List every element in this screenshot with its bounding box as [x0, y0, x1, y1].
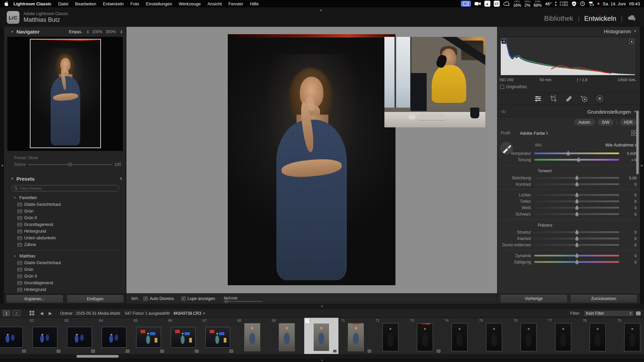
- slider-thumb[interactable]: [575, 244, 579, 247]
- slider-track[interactable]: [534, 238, 619, 239]
- preset-entry[interactable]: Grün: [11, 266, 122, 273]
- menubar-app-name[interactable]: Lightroom Classic: [13, 1, 51, 6]
- basic-panel-header[interactable]: Grundeinstellungen ▼: [497, 107, 640, 116]
- auto-button[interactable]: Autom.: [574, 119, 595, 126]
- screen-share-icon[interactable]: [461, 1, 471, 7]
- filmstrip-thumbnail[interactable]: 78: [581, 318, 615, 354]
- filmstrip-thumbnail[interactable]: 64: [97, 318, 131, 354]
- time-machine-icon[interactable]: [580, 1, 585, 6]
- slider-value[interactable]: 0: [619, 212, 637, 216]
- thumbnail-adjustment-badge-icon[interactable]: [91, 350, 95, 353]
- preset-entry[interactable]: Favoriten: [11, 194, 122, 201]
- slider-track[interactable]: [534, 177, 619, 179]
- navigator-preview[interactable]: [7, 37, 123, 151]
- thumbnail-adjustment-badge-icon[interactable]: [160, 350, 164, 353]
- module-tab-active[interactable]: Entwickeln: [584, 15, 616, 22]
- slider-value[interactable]: 0: [619, 254, 637, 258]
- thumbnail-image[interactable]: [417, 323, 433, 351]
- preset-entry[interactable]: Glatte Gesichtshaut: [11, 201, 122, 208]
- dots-menu-icon[interactable]: [555, 2, 556, 6]
- triangle-app-icon[interactable]: ▲: [484, 1, 490, 7]
- filename-caret-icon[interactable]: ▼: [203, 312, 206, 315]
- previous-photo-arrow-icon[interactable]: ◀: [40, 311, 43, 316]
- thumbnail-image[interactable]: [521, 323, 536, 351]
- zoom-300[interactable]: 300%: [106, 29, 116, 34]
- slider-thumb[interactable]: [575, 183, 579, 187]
- toggles-icon[interactable]: [589, 1, 594, 6]
- slider-track[interactable]: [534, 200, 619, 202]
- filmstrip-thumbnail[interactable]: 71: [339, 318, 373, 354]
- checkbox-checked-icon[interactable]: ✓: [144, 297, 148, 301]
- cloud-sync-icon[interactable]: [627, 15, 636, 22]
- thumbnail-image[interactable]: [33, 327, 57, 347]
- filmstrip-collapse-bar[interactable]: ▼: [0, 304, 644, 309]
- wb-eyedropper[interactable]: [500, 142, 513, 155]
- filmstrip-source-path[interactable]: Ordner : 2025-05-31-Media-Markt: [60, 311, 120, 316]
- slider-thumb[interactable]: [575, 194, 579, 197]
- top-panel-collapse-icon[interactable]: ▲: [319, 8, 323, 12]
- auto-dismiss-checkbox[interactable]: ✓ Auto Dismiss: [144, 296, 174, 301]
- menu-item[interactable]: Bearbeiten: [72, 1, 100, 6]
- show-loupe-checkbox[interactable]: ✓ Lupe anzeigen: [181, 296, 215, 301]
- previous-button[interactable]: Vorherige: [500, 294, 568, 303]
- module-tab[interactable]: Bibliothek: [544, 15, 573, 22]
- right-panel-scrollbar[interactable]: [636, 111, 639, 174]
- stepper-icon[interactable]: [120, 30, 122, 34]
- thumbnail-adjustment-badge-icon[interactable]: [229, 350, 233, 353]
- scale-slider-thumb[interactable]: [225, 300, 228, 303]
- filmstrip-thumbnail[interactable]: 74: [442, 318, 477, 354]
- preset-entry[interactable]: Zähne: [11, 241, 122, 248]
- filmstrip-thumbnail[interactable]: 72: [373, 318, 408, 354]
- navigator-panel-header[interactable]: ▼ Navigator Einpas. 100% 300%: [8, 29, 122, 35]
- scale-slider-track[interactable]: [224, 301, 262, 302]
- slider-thumb[interactable]: [575, 255, 579, 258]
- thumbnail-adjustment-badge-icon[interactable]: [437, 350, 440, 353]
- slider-value[interactable]: 5.600: [619, 152, 637, 156]
- right-panel-collapse-strip[interactable]: ▸: [640, 27, 644, 304]
- profile-value[interactable]: Adobe Farbe: [520, 131, 545, 136]
- slider-track[interactable]: [534, 213, 619, 215]
- filmstrip-scrollbar[interactable]: [0, 354, 644, 359]
- slider-value[interactable]: 0: [619, 237, 637, 241]
- collapse-triangle-icon[interactable]: ▼: [634, 29, 637, 33]
- second-window-button[interactable]: 2: [13, 310, 20, 316]
- next-photo-arrow-icon[interactable]: ▶: [49, 311, 52, 316]
- slider-track[interactable]: [534, 183, 619, 185]
- menu-item[interactable]: Hilfe: [247, 1, 262, 6]
- stepper-icon[interactable]: [87, 30, 89, 34]
- shadow-clipping-indicator[interactable]: ▲: [501, 39, 506, 44]
- creative-cloud-icon[interactable]: [503, 1, 510, 6]
- thumbnail-adjustment-badge-icon[interactable]: [333, 350, 337, 353]
- filmstrip-thumbnail[interactable]: 79: [615, 318, 644, 354]
- slider-track[interactable]: [534, 153, 619, 154]
- thumbnail-adjustment-badge-icon[interactable]: [126, 350, 129, 353]
- strength-slider-thumb[interactable]: [68, 163, 72, 166]
- apple-logo-icon[interactable]: [4, 1, 9, 6]
- menu-item[interactable]: Werkzeuge: [175, 1, 204, 6]
- filmstrip-thumbnail[interactable]: 65: [131, 318, 166, 354]
- thumbnail-image[interactable]: [486, 323, 502, 351]
- collapse-triangle-icon[interactable]: ▼: [11, 30, 14, 34]
- thumbnail-adjustment-badge-icon[interactable]: [22, 350, 26, 353]
- thumbnail-image[interactable]: [102, 327, 126, 347]
- menu-item[interactable]: Ansicht: [204, 1, 225, 6]
- main-window-button[interactable]: 1: [3, 310, 10, 316]
- preset-entry[interactable]: Glatte Gesichtshaut: [11, 259, 122, 266]
- navigator-preview-image[interactable]: [30, 39, 101, 148]
- preset-entry[interactable]: Grundlagenend: [11, 221, 122, 228]
- preset-entry[interactable]: Matthias: [11, 253, 122, 259]
- bottom-collapse-bar[interactable]: ▼: [0, 359, 644, 362]
- loupe-canvas[interactable]: [126, 27, 497, 293]
- menu-item[interactable]: Einstellungen: [143, 1, 175, 6]
- wb-value[interactable]: Wie Aufnahme: [605, 142, 634, 147]
- healing-tool-icon[interactable]: [565, 95, 573, 103]
- thumbnail-image[interactable]: [0, 327, 22, 347]
- slider-track[interactable]: [534, 261, 619, 263]
- preset-entry[interactable]: [11, 248, 122, 253]
- profile-browser-icon[interactable]: [631, 130, 637, 136]
- panel-eye-icon[interactable]: [501, 110, 506, 114]
- zoom-fit[interactable]: Einpas.: [69, 29, 83, 34]
- menubar-date[interactable]: Sa. 14. Juni: [603, 1, 626, 6]
- slider-thumb[interactable]: [575, 177, 579, 180]
- filmstrip-scrollbar-thumb[interactable]: [76, 355, 119, 358]
